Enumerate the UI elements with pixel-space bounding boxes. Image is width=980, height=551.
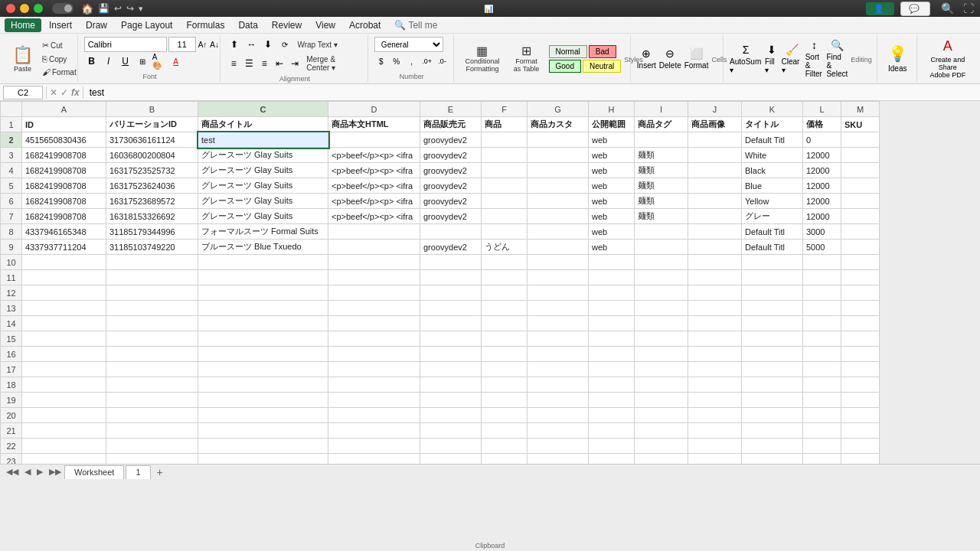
cell-G22[interactable] [528,439,589,454]
cell-J8[interactable] [688,224,742,240]
cell-B23[interactable] [106,454,198,465]
row-num[interactable]: 18 [1,377,22,393]
cell-J23[interactable] [688,454,742,465]
cell-J1[interactable]: 商品画像 [688,117,742,132]
cell-F3[interactable] [482,148,528,163]
cell-C10[interactable] [198,255,328,270]
cell-D17[interactable] [328,362,420,377]
cell-E22[interactable] [420,439,482,454]
cell-A7[interactable]: 1682419908708 [22,209,106,224]
cell-M4[interactable] [841,163,880,178]
cell-H19[interactable] [589,393,635,408]
cut-button[interactable]: ✂ Cut [39,39,80,52]
currency-button[interactable]: $ [374,54,388,69]
cell-L10[interactable] [803,255,841,270]
cell-K15[interactable] [742,331,803,347]
undo-icon[interactable]: ↩ [114,3,122,14]
cell-H23[interactable] [589,454,635,465]
cell-G15[interactable] [528,331,589,347]
cell-H2[interactable]: web [589,132,635,148]
cell-J5[interactable] [688,178,742,194]
cell-B14[interactable] [106,316,198,331]
col-header-D[interactable]: D [328,102,420,117]
cell-G7[interactable] [528,209,589,224]
row-num[interactable]: 10 [1,255,22,270]
share-button[interactable]: 👤 [866,2,894,15]
cell-C11[interactable] [198,270,328,285]
cell-L18[interactable] [803,377,841,393]
cell-C8[interactable]: フォーマルスーツ Formal Suits [198,224,328,240]
cell-H20[interactable] [589,408,635,423]
cell-B17[interactable] [106,362,198,377]
cell-C16[interactable] [198,347,328,362]
col-header-B[interactable]: B [106,102,198,117]
cell-E16[interactable] [420,347,482,362]
cell-I9[interactable] [635,240,688,255]
indent-decrease-button[interactable]: ⇤ [273,56,286,71]
cell-J17[interactable] [688,362,742,377]
cell-K4[interactable]: Black [742,163,803,178]
add-sheet-button[interactable]: + [154,466,166,478]
autosave-toggle[interactable] [52,3,74,14]
cell-E14[interactable] [420,316,482,331]
cell-M3[interactable] [841,148,880,163]
cell-B5[interactable]: 16317523624036 [106,178,198,194]
cell-K1[interactable]: タイトル [742,117,803,132]
cell-D10[interactable] [328,255,420,270]
cell-D18[interactable] [328,377,420,393]
cell-C15[interactable] [198,331,328,347]
cell-B10[interactable] [106,255,198,270]
window-resize-icon[interactable]: ⛶ [963,2,974,15]
cell-H14[interactable] [589,316,635,331]
align-right-button[interactable]: ≡ [257,56,271,71]
cell-G4[interactable] [528,163,589,178]
font-size-input[interactable] [168,37,196,52]
cell-K3[interactable]: White [742,148,803,163]
cell-I14[interactable] [635,316,688,331]
cell-I3[interactable]: 麺類 [635,148,688,163]
cell-K9[interactable]: Default Titl [742,240,803,255]
cancel-formula-icon[interactable]: ✕ [50,87,57,98]
cell-I7[interactable]: 麺類 [635,209,688,224]
cell-L3[interactable]: 12000 [803,148,841,163]
cell-E6[interactable]: groovydev2 [420,194,482,209]
cell-I4[interactable]: 麺類 [635,163,688,178]
cell-C22[interactable] [198,439,328,454]
tab-nav-next[interactable]: ▶ [34,467,46,477]
cell-G3[interactable] [528,148,589,163]
cell-A11[interactable] [22,270,106,285]
cell-M22[interactable] [841,439,880,454]
cell-M9[interactable] [841,240,880,255]
cell-D21[interactable] [328,423,420,439]
cell-J10[interactable] [688,255,742,270]
cell-A18[interactable] [22,377,106,393]
cell-A15[interactable] [22,331,106,347]
cell-D19[interactable] [328,393,420,408]
cell-I8[interactable] [635,224,688,240]
cell-F7[interactable] [482,209,528,224]
cell-D14[interactable] [328,316,420,331]
cell-L2[interactable]: 0 [803,132,841,148]
save-icon[interactable]: 💾 [98,3,109,14]
col-header-K[interactable]: K [742,102,803,117]
fill-button[interactable]: ⬇ Fill ▾ [765,44,779,74]
align-middle-button[interactable]: ↔ [243,37,259,52]
cell-L11[interactable] [803,270,841,285]
cell-F6[interactable] [482,194,528,209]
cell-L21[interactable] [803,423,841,439]
cell-B2[interactable]: 31730636161124 [106,132,198,148]
cell-C19[interactable] [198,393,328,408]
cell-G10[interactable] [528,255,589,270]
cell-A6[interactable]: 1682419908708 [22,194,106,209]
font-color-button[interactable]: A [168,54,184,69]
cell-D15[interactable] [328,331,420,347]
cell-K18[interactable] [742,377,803,393]
cell-M10[interactable] [841,255,880,270]
cell-B12[interactable] [106,285,198,301]
menu-review[interactable]: Review [266,18,308,32]
cell-J6[interactable] [688,194,742,209]
cell-G23[interactable] [528,454,589,465]
wrap-text-button[interactable]: Wrap Text ▾ [294,39,340,51]
cell-L17[interactable] [803,362,841,377]
cell-A23[interactable] [22,454,106,465]
